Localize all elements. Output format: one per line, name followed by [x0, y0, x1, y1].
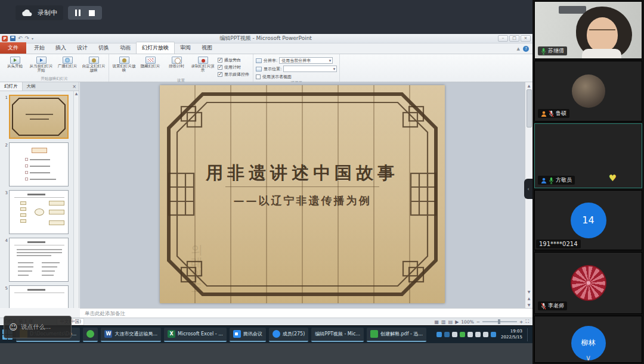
- scrollbar-thumb[interactable]: [527, 89, 532, 127]
- participant-badge: 方敬员: [538, 176, 575, 185]
- slide-canvas[interactable]: 用非遗讲述中国故事 ——以辽宁非遗传播为例 의래와도: [160, 85, 445, 303]
- checkbox-unchecked-icon: [256, 74, 261, 79]
- taskbar-item-pdf[interactable]: 创建解释.pdf - 迅...: [367, 328, 426, 342]
- slide-thumbnail-5[interactable]: 5: [2, 285, 73, 308]
- from-beginning-button[interactable]: 从头开始: [2, 55, 27, 69]
- tab-insert[interactable]: 插入: [50, 42, 72, 54]
- sorter-view-icon[interactable]: ▥: [441, 319, 446, 325]
- zoom-in-icon[interactable]: +: [519, 319, 523, 325]
- presenter-view-checkbox[interactable]: 使用演示者视图: [256, 74, 337, 80]
- checkbox-checked-icon: [218, 58, 222, 63]
- group-label-start: 开始放映幻灯片: [2, 76, 106, 82]
- tab-review[interactable]: 审阅: [175, 42, 196, 54]
- taskbar-item-browser[interactable]: [83, 328, 98, 342]
- maximize-button[interactable]: □: [509, 35, 519, 42]
- zoom-out-icon[interactable]: −: [476, 319, 480, 325]
- participant-badge: 鲁硕: [538, 109, 569, 118]
- minimize-button[interactable]: –: [498, 35, 508, 42]
- powerpoint-app-icon[interactable]: P: [2, 36, 8, 42]
- tab-design[interactable]: 设计: [72, 42, 93, 54]
- emoji-icon[interactable]: ☺: [9, 322, 18, 332]
- slide-thumbnail-1[interactable]: 1: [2, 95, 73, 139]
- stop-recording-button[interactable]: [89, 10, 95, 16]
- tray-wechat-icon[interactable]: [460, 332, 465, 337]
- zoom-slider[interactable]: [482, 321, 517, 322]
- slide-thumbnail-3[interactable]: 3: [2, 190, 73, 234]
- participant-tile-5[interactable]: 李老师: [534, 252, 642, 314]
- slide-thumbnail-2[interactable]: 2: [2, 142, 73, 186]
- custom-slideshow-button[interactable]: 自定义幻灯片放映: [81, 55, 106, 73]
- help-icon[interactable]: ?: [523, 46, 529, 52]
- tab-file[interactable]: 文件: [0, 42, 26, 54]
- tray-input-icon[interactable]: [491, 332, 496, 337]
- tray-network-icon[interactable]: [475, 332, 481, 337]
- previous-slide-icon[interactable]: ▲: [528, 295, 531, 301]
- slide-thumbnail-4[interactable]: 4: [2, 238, 73, 282]
- reading-view-icon[interactable]: ▤: [448, 319, 453, 325]
- tray-mic-icon[interactable]: [452, 332, 457, 337]
- hide-slide-button[interactable]: 隐藏幻灯片: [138, 55, 163, 69]
- undo-icon[interactable]: ↶: [18, 36, 23, 41]
- tab-home[interactable]: 开始: [29, 42, 50, 54]
- ribbon-slideshow: 从头开始 从当前幻灯片开始 广播幻灯片 自定义幻灯片放映: [0, 54, 532, 82]
- broadcast-slideshow-button[interactable]: 广播幻灯片: [55, 55, 80, 69]
- show-desktop-button[interactable]: [527, 328, 530, 341]
- save-icon[interactable]: [10, 36, 16, 41]
- zoom-level: 100%: [461, 319, 473, 325]
- normal-view-icon[interactable]: ▦: [435, 319, 439, 325]
- tab-transitions[interactable]: 切换: [93, 42, 114, 54]
- tray-battery-icon[interactable]: [467, 332, 473, 337]
- chat-input-overlay[interactable]: ☺ 说点什么...: [4, 316, 72, 338]
- participant-badge: 191****0214: [536, 239, 581, 248]
- participant-tile-2[interactable]: 鲁硕: [534, 61, 642, 122]
- hide-slide-icon: [145, 57, 156, 64]
- more-participants-chevron-icon[interactable]: ∨: [586, 355, 592, 361]
- show-media-controls-checkbox[interactable]: 显示媒体控件: [218, 71, 249, 77]
- participant-tile-1[interactable]: 苏继倩: [534, 1, 642, 59]
- tray-volume-icon[interactable]: [483, 332, 488, 337]
- use-timings-checkbox[interactable]: 使用计时: [218, 64, 249, 70]
- record-slideshow-button[interactable]: 录制幻灯片演示: [190, 55, 215, 73]
- show-on-dropdown[interactable]: [283, 66, 337, 72]
- taskbar-item-word-doc[interactable]: W 大连市交通运输局...: [101, 328, 161, 342]
- participant-tile-3[interactable]: 方敬员: [534, 123, 642, 188]
- sidebar-collapse-handle[interactable]: ‹: [524, 179, 532, 199]
- taskbar-item-powerpoint[interactable]: P 编辑PPT视频 - Mic...: [311, 328, 364, 342]
- taskbar-clock[interactable]: 19:03 2022/5/15: [499, 329, 525, 340]
- panel-tab-slides[interactable]: 幻灯片: [0, 82, 23, 91]
- pause-recording-button[interactable]: [75, 10, 80, 16]
- participant-tile-6[interactable]: 柳林 ∨: [534, 316, 642, 363]
- rehearse-timings-button[interactable]: 排练计时: [164, 55, 189, 69]
- scroll-up-icon[interactable]: ▲: [528, 82, 531, 89]
- fit-to-window-icon[interactable]: ⛶: [525, 319, 529, 325]
- close-button[interactable]: ×: [521, 35, 531, 42]
- panel-tab-outline[interactable]: 大纲: [23, 82, 40, 91]
- tab-view[interactable]: 视图: [196, 42, 218, 54]
- taskbar-item-meeting[interactable]: 腾讯会议: [230, 328, 266, 342]
- recording-indicator: 录制中: [16, 5, 63, 20]
- setup-slideshow-button[interactable]: 设置幻灯片放映: [112, 55, 137, 73]
- redo-icon[interactable]: ↷: [25, 36, 30, 41]
- from-current-slide-button[interactable]: 从当前幻灯片开始: [29, 55, 54, 73]
- scroll-down-icon[interactable]: ▼: [528, 288, 531, 295]
- play-narrations-checkbox[interactable]: 播放旁白: [218, 57, 249, 63]
- slide-number: 2: [2, 142, 8, 186]
- tray-meeting-icon[interactable]: [436, 332, 442, 337]
- notes-pane[interactable]: 单击此处添加备注: [80, 308, 532, 318]
- thumbnail-image: [9, 95, 69, 139]
- record-icon: [198, 57, 208, 64]
- taskbar-item-excel[interactable]: X Microsoft Excel - ...: [164, 328, 227, 342]
- panel-close-icon[interactable]: ×: [72, 84, 79, 89]
- resolution-dropdown[interactable]: 使用当前分辨率: [279, 57, 333, 64]
- tab-slideshow[interactable]: 幻灯片放映: [136, 42, 175, 54]
- tab-animations[interactable]: 动画: [114, 42, 136, 54]
- collapse-ribbon-icon[interactable]: ▲: [517, 46, 520, 51]
- slide-title: 用非遗讲述中国故事: [160, 161, 445, 185]
- title-divider: [225, 186, 379, 187]
- slideshow-view-icon[interactable]: ▶: [455, 319, 459, 325]
- participant-tile-4[interactable]: 14 191****0214: [534, 190, 642, 250]
- panel-scrollbar[interactable]: ▲: [73, 91, 79, 308]
- tray-app-icon[interactable]: [444, 332, 450, 337]
- taskbar-item-members[interactable]: 成员(275): [269, 328, 309, 342]
- next-slide-icon[interactable]: ▼: [528, 301, 531, 308]
